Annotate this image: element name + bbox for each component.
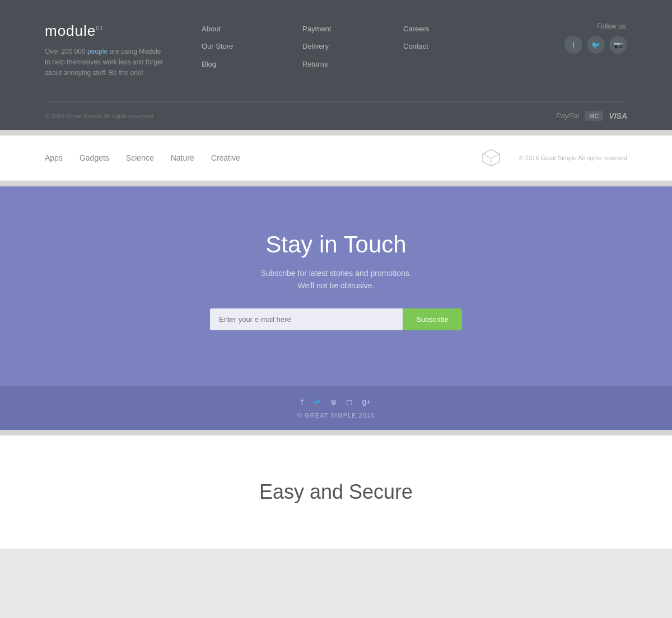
sub-facebook-icon[interactable]: f	[301, 397, 304, 406]
subscribe-bottom-bar: f 🐦 ⊕ ◻ g+ © GREAT SIMPLE 2016	[0, 386, 672, 430]
footer-link-payment[interactable]: Payment	[302, 22, 370, 35]
subscribe-section: Stay in Touch Subscribe for latest stori…	[0, 186, 672, 387]
subtitle-line2: We'll not be obtrusive.	[297, 281, 374, 290]
twitter-icon[interactable]: 🐦	[587, 36, 605, 54]
dark-footer-section: module01 Over 200 000 people are using M…	[0, 0, 672, 130]
footer-link-blog[interactable]: Blog	[202, 58, 269, 71]
white-navbar: Apps Gadgets Science Nature Creative © 2…	[0, 135, 672, 181]
footer-link-careers[interactable]: Careers	[403, 22, 470, 35]
brand-column: module01 Over 200 000 people are using M…	[45, 22, 168, 79]
visa-logo: VISA	[609, 111, 627, 120]
nav-link-apps[interactable]: Apps	[45, 153, 63, 162]
subscribe-copyright: © GREAT SIMPLE 2016	[45, 412, 627, 419]
social-column: Follow us: f 🐦 📷	[564, 22, 627, 54]
paypal-logo: PayPal	[556, 111, 579, 120]
subscribe-title: Stay in Touch	[45, 231, 627, 258]
sub-instagram-icon[interactable]: ◻	[346, 397, 353, 406]
facebook-icon[interactable]: f	[564, 36, 582, 54]
nav-link-creative[interactable]: Creative	[211, 153, 240, 162]
payment-logos: PayPal MC VISA	[556, 111, 627, 121]
email-input[interactable]	[210, 308, 403, 330]
mastercard-badge: MC	[585, 111, 603, 121]
svg-marker-1	[483, 149, 500, 158]
footer-link-returns[interactable]: Returns	[302, 58, 370, 71]
footer-bottom-bar: © 2016 Great Simple All rights reserved …	[45, 101, 627, 130]
footer-copyright: © 2016 Great Simple All rights reserved	[45, 113, 153, 119]
instagram-icon[interactable]: 📷	[609, 36, 627, 54]
subscribe-social-icons: f 🐦 ⊕ ◻ g+	[45, 397, 627, 406]
brand-description: Over 200 000 people are using Module to …	[45, 46, 168, 79]
nav-link-science[interactable]: Science	[126, 153, 154, 162]
footer-nav-col3: Careers Contact	[403, 22, 470, 58]
subtitle-line1: Subscribe for latest stories and promoti…	[260, 269, 411, 278]
highlight-text: people	[87, 48, 108, 55]
footer-nav-col1: About Our Store Blog	[202, 22, 269, 75]
bottom-title: Easy and Secure	[45, 480, 627, 504]
nav-link-gadgets[interactable]: Gadgets	[80, 153, 109, 162]
subscribe-subtitle: Subscribe for latest stories and promoti…	[45, 267, 627, 292]
footer-link-ourstore[interactable]: Our Store	[202, 40, 269, 53]
cube-logo-icon	[480, 147, 502, 169]
subscribe-button[interactable]: Subscribe	[403, 308, 462, 330]
social-icons-group: f 🐦 📷	[564, 36, 627, 54]
brand-superscript: 01	[96, 25, 104, 31]
subscribe-form: Subscribe	[210, 308, 462, 330]
footer-link-delivery[interactable]: Delivery	[302, 40, 370, 53]
nav-link-nature[interactable]: Nature	[171, 153, 194, 162]
sub-twitter-icon[interactable]: 🐦	[312, 397, 321, 406]
sub-gplus-icon[interactable]: g+	[362, 397, 371, 406]
separator-3	[0, 430, 672, 436]
footer-link-about[interactable]: About	[202, 22, 269, 35]
follow-label: Follow us:	[564, 22, 627, 30]
footer-nav-col2: Payment Delivery Returns	[302, 22, 370, 75]
bottom-section: Easy and Secure	[0, 436, 672, 549]
brand-name: module01	[45, 22, 168, 40]
white-nav-right: © 2016 Great Simple All rights reserved	[480, 147, 627, 169]
white-nav-links: Apps Gadgets Science Nature Creative	[45, 153, 240, 162]
brand-name-text: module	[45, 22, 96, 39]
separator-2	[0, 181, 672, 186]
separator-1	[0, 130, 672, 135]
footer-link-contact[interactable]: Contact	[403, 40, 470, 53]
sub-rss-icon[interactable]: ⊕	[330, 397, 337, 406]
white-nav-copyright: © 2016 Great Simple All rights reserved	[519, 154, 627, 161]
